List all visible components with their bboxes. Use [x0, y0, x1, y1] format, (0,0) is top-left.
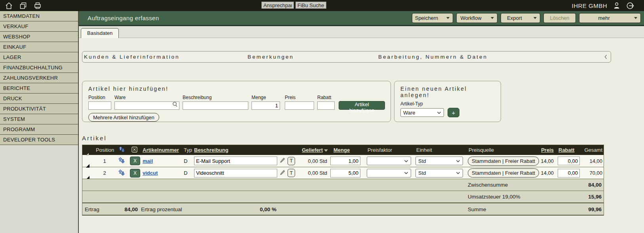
accordion-bearbeitung[interactable]: Bearbeitung, Nummern & Daten [378, 54, 604, 60]
sidebar-item-stammdaten[interactable]: STAMMDATEN [0, 11, 78, 21]
artikel-hinzufuegen-button[interactable]: Artikel hinzufügen [339, 101, 385, 110]
ware-input[interactable] [114, 101, 179, 110]
user-icon[interactable] [613, 2, 621, 10]
delete-row-button[interactable]: X [130, 157, 140, 165]
accordion-bar: Kunden & Lieferinformation Bemerkungen B… [82, 51, 611, 63]
row-preis: 14,00 [539, 158, 558, 164]
sidebar-item-druck[interactable]: DRUCK [0, 94, 78, 104]
row-expander-icon[interactable] [86, 170, 90, 180]
speichern-button[interactable]: Speichern [412, 13, 453, 23]
printer-icon[interactable] [33, 2, 42, 10]
sort-icon[interactable] [116, 146, 129, 154]
accordion-bemerkungen[interactable]: Bemerkungen [248, 54, 378, 60]
workflow-dropdown-icon[interactable] [491, 17, 494, 19]
preisquelle-button[interactable]: Stammdaten | Freier Rabatt [468, 157, 539, 166]
row-typ: D [182, 170, 194, 176]
artikel-typ-label: Artikel-Typ [400, 101, 495, 107]
workflow-button[interactable]: Workflow [456, 13, 497, 23]
logout-icon[interactable] [626, 2, 635, 10]
table-row: 2 X vidcut D T [82, 167, 604, 179]
col-artikelnummer[interactable]: Artikelnummer [143, 147, 182, 153]
chevron-down-icon [456, 172, 460, 174]
accordion-kunden[interactable]: Kunden & Lieferinformation [82, 54, 248, 60]
export-button[interactable]: Export [501, 13, 540, 23]
sidebar-item-produktivitaet[interactable]: PRODUKTIVITÄT [0, 104, 78, 114]
row-position: 1 [93, 158, 116, 164]
col-position[interactable]: Position [93, 147, 116, 153]
pencil-icon[interactable] [280, 157, 285, 164]
sidebar-item-webshop[interactable]: WEBSHOP [0, 32, 78, 42]
t-badge[interactable]: T [288, 157, 295, 165]
pencil-icon[interactable] [280, 170, 285, 177]
col-rabatt[interactable]: Rabatt [558, 147, 581, 153]
app-screen: IHRE GMBH STAMMDATEN VERKAUF WEBSHOP EIN… [0, 0, 644, 233]
umsatzsteuer-row: Umsatzsteuer 19,00% 15,96 [82, 191, 604, 202]
position-input[interactable] [88, 101, 111, 110]
preisquelle-button[interactable]: Stammdaten | Freier Rabatt [468, 168, 539, 178]
row-menge-input[interactable] [330, 157, 360, 165]
rabatt-input[interactable] [317, 101, 335, 110]
row-beschreibung-input[interactable] [194, 169, 277, 178]
sidebar-item-einkauf[interactable]: EINKAUF [0, 42, 78, 52]
row-beschreibung-input[interactable] [194, 157, 277, 165]
sidebar-item-berichte[interactable]: BERICHTE [0, 83, 78, 94]
row-menge-input[interactable] [330, 169, 360, 178]
speichern-dropdown-icon[interactable] [446, 17, 450, 19]
sidebar-item-system[interactable]: SYSTEM [0, 114, 78, 124]
col-geliefert[interactable]: Geliefert [300, 147, 329, 153]
new-article-panel-title: Einen neuen Artikel anlegen! [400, 86, 495, 98]
company-name: IHRE GMBH [572, 2, 607, 9]
col-gesamt[interactable]: Gesamt [581, 147, 604, 153]
fibu-suche-input[interactable] [295, 2, 326, 9]
mehr-button[interactable]: mehr [579, 13, 641, 23]
home-icon[interactable] [5, 2, 13, 10]
collapse-left-icon[interactable] [604, 54, 608, 59]
preis-input[interactable] [285, 101, 314, 110]
windows-icon[interactable] [19, 2, 27, 10]
tab-basisdaten[interactable]: Basisdaten [81, 28, 119, 38]
artikelnummer-link[interactable]: vidcut [143, 170, 158, 176]
delete-row-button[interactable]: X [130, 169, 140, 178]
col-typ[interactable]: Typ [182, 147, 194, 153]
row-position: 2 [93, 170, 116, 176]
export-dropdown-icon[interactable] [533, 17, 537, 19]
row-expander-icon[interactable] [86, 158, 90, 168]
ware-label: Ware [114, 95, 179, 100]
preis-label: Preis [285, 95, 314, 100]
sidebar-item-verkauf[interactable]: VERKAUF [0, 21, 78, 32]
col-einheit[interactable]: Einheit [412, 147, 464, 153]
preisfaktor-select[interactable] [367, 157, 411, 165]
sidebar: STAMMDATEN VERKAUF WEBSHOP EINKAUF LAGER… [0, 11, 79, 233]
col-preisfaktor[interactable]: Preisfaktor [364, 147, 412, 153]
expand-all-icon[interactable] [86, 147, 89, 156]
chevron-down-icon [404, 160, 408, 162]
sidebar-item-lager[interactable]: LAGER [0, 52, 78, 63]
einheit-select[interactable]: Std [415, 157, 463, 165]
ansprechpartner-input[interactable] [261, 2, 294, 9]
row-sort-icon[interactable] [116, 157, 129, 165]
add-new-article-button[interactable]: + [448, 108, 459, 117]
sidebar-item-developer-tools[interactable]: DEVELOPER TOOLS [0, 135, 78, 145]
menge-input[interactable] [252, 101, 280, 110]
sidebar-item-zahlungsverkehr[interactable]: ZAHLUNGSVERKEHR [0, 73, 78, 83]
beschreibung-input[interactable] [183, 101, 248, 110]
mehrere-artikel-button[interactable]: Mehrere Artikel hinzufügen [88, 113, 159, 122]
row-rabatt-input[interactable] [558, 157, 580, 165]
row-rabatt-input[interactable] [558, 169, 580, 178]
umsatzsteuer-value: 15,96 [588, 194, 602, 200]
t-badge[interactable]: T [288, 169, 295, 177]
artikelnummer-link[interactable]: mail [143, 158, 153, 164]
mehr-dropdown-icon[interactable] [634, 17, 637, 19]
row-sort-icon[interactable] [116, 169, 129, 177]
col-preis[interactable]: Preis [539, 147, 558, 153]
preisfaktor-select[interactable] [367, 169, 411, 178]
sidebar-item-programm[interactable]: PROGRAMM [0, 124, 78, 135]
einheit-select[interactable]: Std [415, 169, 463, 178]
x-box-icon[interactable] [129, 147, 143, 154]
col-preisquelle[interactable]: Preisquelle [464, 147, 539, 153]
sidebar-item-finanzbuchhaltung[interactable]: FINANZBUCHHALTUNG [0, 63, 78, 73]
zwischensumme-value: 84,00 [588, 182, 602, 188]
col-menge[interactable]: Menge [329, 147, 364, 153]
artikel-typ-select[interactable]: Ware [400, 108, 444, 117]
col-beschreibung[interactable]: Beschreibung [194, 147, 300, 153]
